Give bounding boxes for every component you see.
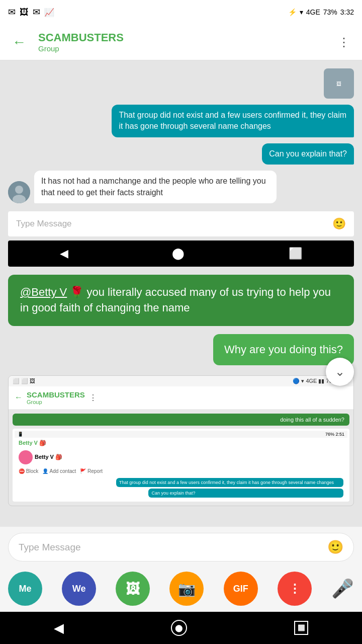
ns-green-bar: doing this all of a sudden?	[13, 414, 349, 426]
bottom-input-row[interactable]: Type Message 🙂	[8, 533, 354, 561]
thumb-icon: 🖼	[336, 81, 341, 87]
inline-input-placeholder: Type Message	[16, 219, 72, 229]
ns-menu-icon: ⋮	[89, 393, 97, 403]
inline-emoji-icon: 🙂	[332, 217, 346, 230]
me-button[interactable]: Me	[8, 572, 42, 606]
header-title: SCAMBUSTERS	[38, 31, 326, 44]
sent-bubble-1: That group did not exist and a few users…	[112, 105, 354, 137]
status-bar-right: ⚡ ▾ 4GE 73% 3:32	[288, 8, 354, 16]
bottom-input-placeholder: Type Message	[19, 542, 327, 553]
message-row-sent-2: Can you explain that?	[8, 143, 354, 165]
nested-screenshot: ⬜ ⬜ 🖼 🔵 ▾ 4GE ▮▮ 76% 3:00 ← SCAMBUSTERS …	[8, 375, 354, 506]
ns-inner-bubble-1: That group did not exist and a few users…	[116, 478, 343, 487]
ns-inner-header: Betty V 🎒	[15, 438, 347, 448]
bottom-emoji-button[interactable]: 🙂	[327, 539, 343, 555]
sent-bubble-2: Can you explain that?	[262, 143, 354, 165]
bottom-nav-bar: ◀ ⬤ ⬜	[0, 612, 362, 644]
ns-inner-status-right: 76% 2:51	[325, 432, 344, 437]
large-bubble-text: you literally accused many of us trying …	[20, 286, 331, 314]
status-bar-left: ✉ 🖼 ✉ 📈	[8, 7, 54, 18]
chart-icon: 📈	[44, 8, 54, 17]
inline-input-bar[interactable]: Type Message 🙂	[8, 211, 354, 236]
chat-wrapper: 🖼 That group did not exist and a few use…	[0, 60, 362, 527]
ns-content: doing this all of a sudden? 📱 76% 2:51 B…	[9, 410, 353, 506]
gmail-icon: ✉	[8, 7, 16, 18]
avatar	[8, 181, 30, 203]
header-menu-button[interactable]: ⋮	[334, 31, 354, 53]
ns-addcontact-action[interactable]: 👤 Add contact	[42, 468, 76, 474]
message-icon: ✉	[33, 7, 40, 18]
signal-label: 4GE	[306, 8, 320, 16]
nav-back-icon[interactable]: ◀	[54, 620, 64, 636]
ns-betty-row: Betty V 🎒	[15, 448, 347, 466]
mention-label: @Betty V	[20, 286, 67, 298]
ns-header-title: SCAMBUSTERS	[27, 390, 85, 399]
ns-inner-status-left: 📱	[18, 432, 23, 437]
recent-nav-icon[interactable]: ⬜	[289, 247, 302, 260]
header-info: SCAMBUSTERS Group	[38, 31, 326, 53]
ns-back-icon: ←	[15, 393, 23, 402]
photos-icon: 🖼	[20, 7, 29, 18]
screenshot-thumbnail: 🖼	[324, 68, 354, 99]
photo-button[interactable]: 🖼	[116, 572, 150, 606]
ns-inner-bubble-2: Can you explain that?	[148, 489, 343, 498]
chat-area: 🖼 That group did not exist and a few use…	[0, 60, 362, 527]
more-button[interactable]: ⋮	[278, 572, 312, 606]
nav-home-icon[interactable]: ⬤	[171, 620, 187, 636]
chevron-down-icon: ⌄	[335, 365, 345, 379]
ns-status-left: ⬜ ⬜ 🖼	[13, 378, 35, 384]
ns-status-bar: ⬜ ⬜ 🖼 🔵 ▾ 4GE ▮▮ 76% 3:00	[9, 376, 353, 386]
battery-label: 73%	[323, 8, 337, 16]
ns-betty-avatar	[19, 450, 33, 464]
ns-header: ← SCAMBUSTERS Group ⋮	[9, 386, 353, 410]
camera-button[interactable]: 📷	[169, 572, 204, 606]
gif-button[interactable]: GIF	[224, 572, 258, 606]
ns-inner-statusbar: 📱 76% 2:51	[15, 431, 347, 438]
back-button[interactable]: ←	[8, 30, 30, 54]
ns-action-row: ⛔ Block 👤 Add contact 🚩 Report	[15, 466, 347, 476]
home-nav-icon[interactable]: ⬤	[172, 247, 185, 260]
ns-betty-name: Betty V 🎒	[35, 454, 62, 460]
ns-header-subtitle: Group	[27, 399, 85, 405]
message-row-right-green: Why are you doing this?	[8, 334, 354, 365]
ns-block-action[interactable]: ⛔ Block	[19, 468, 38, 474]
screenshot-thumb-row: 🖼	[8, 68, 354, 99]
bottom-input-area: Type Message 🙂	[0, 527, 362, 568]
status-bar: ✉ 🖼 ✉ 📈 ⚡ ▾ 4GE 73% 3:32	[0, 0, 362, 24]
message-row-received-1: It has not had a namchange and the peopl…	[8, 171, 354, 203]
time-label: 3:32	[340, 8, 354, 16]
we-button[interactable]: We	[62, 572, 96, 606]
header-subtitle: Group	[38, 44, 326, 53]
mic-button[interactable]: 🎤	[331, 578, 354, 599]
large-green-bubble: @Betty V 🌹 you literally accused many of…	[8, 275, 354, 326]
ns-header-info: SCAMBUSTERS Group	[27, 390, 85, 405]
message-row-sent-1: That group did not exist and a few users…	[8, 105, 354, 137]
chat-header: ← SCAMBUSTERS Group ⋮	[0, 24, 362, 60]
inline-nav-bar: ◀ ⬤ ⬜	[8, 240, 354, 267]
bluetooth-icon: ⚡	[288, 8, 297, 16]
ns-inner-chat: That group did not exist and a few users…	[15, 476, 347, 500]
svg-point-1	[15, 186, 23, 194]
mention-emoji: 🌹	[70, 286, 83, 298]
wifi-icon: ▾	[300, 8, 303, 16]
received-bubble-1: It has not had a namchange and the peopl…	[34, 171, 277, 203]
ns-inner-screenshot: 📱 76% 2:51 Betty V 🎒 Betty V 🎒 ⛔ Block 👤…	[13, 429, 349, 502]
ns-report-action[interactable]: 🚩 Report	[80, 468, 103, 474]
nav-recent-icon[interactable]: ⬜	[294, 621, 308, 635]
back-nav-icon[interactable]: ◀	[60, 247, 68, 260]
scroll-down-button[interactable]: ⌄	[326, 358, 354, 386]
bottom-actions-row: Me We 🖼 📷 GIF ⋮ 🎤	[0, 568, 362, 612]
